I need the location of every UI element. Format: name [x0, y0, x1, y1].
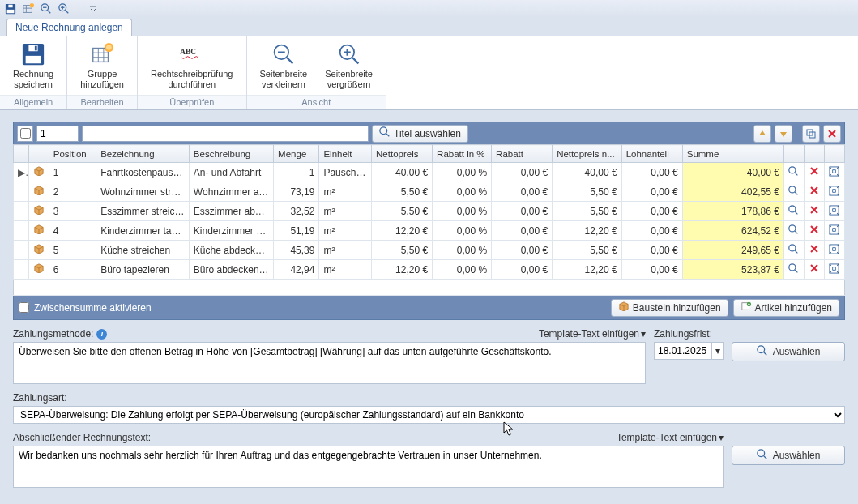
add-baustein-button[interactable]: Baustein hinzufügen	[611, 299, 728, 317]
table-row[interactable]: 3Esszimmer streichenEsszimmer abdeck...3…	[14, 202, 845, 221]
copy-group-button[interactable]	[802, 125, 820, 143]
cell-menge[interactable]: 32,52	[274, 202, 319, 221]
cell-einheit[interactable]: Pauschale	[319, 163, 372, 182]
cell-rabatt[interactable]: 0,00 €	[492, 202, 553, 221]
cell-position[interactable]: 3	[49, 202, 96, 221]
zoom-out-button[interactable]: Seitenbreite verkleinern	[255, 40, 313, 92]
cell-menge[interactable]: 73,19	[274, 182, 319, 202]
cell-rabatt[interactable]: 0,00 €	[492, 241, 553, 260]
cell-menge[interactable]: 42,94	[274, 260, 319, 280]
cell-bezeichnung[interactable]: Fahrtkostenpausch...	[96, 163, 190, 182]
row-expand-button[interactable]	[824, 202, 844, 221]
table-row[interactable]: 6Büro tapezierenBüro abdecken s...42,94m…	[14, 260, 845, 280]
delete-group-button[interactable]	[823, 125, 841, 143]
cell-rabatt[interactable]: 0,00 €	[492, 163, 553, 182]
cell-einheit[interactable]: m²	[319, 260, 372, 280]
cell-lohnanteil[interactable]: 0,00 €	[621, 260, 682, 280]
cell-rabatt-prozent[interactable]: 0,00 %	[433, 163, 492, 182]
cell-nettopreis-neu[interactable]: 5,50 €	[553, 241, 622, 260]
col-header[interactable]: Beschreibung	[189, 145, 273, 163]
save-invoice-button[interactable]: Rechnung speichern	[8, 40, 58, 92]
cell-nettopreis[interactable]: 12,20 €	[372, 260, 433, 280]
qat-new-table-button[interactable]	[21, 2, 36, 16]
cell-bezeichnung[interactable]: Küche streichen	[96, 241, 190, 260]
cell-beschreibung[interactable]: Büro abdecken s...	[189, 260, 273, 280]
col-header[interactable]: Rabatt	[492, 145, 553, 163]
row-delete-button[interactable]	[804, 260, 824, 280]
group-title-input[interactable]	[82, 126, 369, 142]
row-delete-button[interactable]	[804, 221, 824, 241]
group-number-input[interactable]	[36, 126, 79, 142]
subtotal-checkbox[interactable]	[19, 302, 29, 313]
cell-lohnanteil[interactable]: 0,00 €	[621, 202, 682, 221]
cell-nettopreis[interactable]: 5,50 €	[372, 241, 433, 260]
cell-rabatt-prozent[interactable]: 0,00 %	[433, 221, 492, 241]
col-header[interactable]: Summe	[682, 145, 783, 163]
col-header[interactable]: Position	[49, 145, 96, 163]
cell-bezeichnung[interactable]: Wohnzimmer streic...	[96, 182, 190, 202]
col-header[interactable]: Einheit	[319, 145, 372, 163]
cell-position[interactable]: 6	[49, 260, 96, 280]
col-header[interactable]: Bezeichnung	[96, 145, 190, 163]
cell-nettopreis[interactable]: 5,50 €	[372, 202, 433, 221]
col-header[interactable]	[783, 145, 804, 163]
cell-position[interactable]: 1	[49, 163, 96, 182]
cell-bezeichnung[interactable]: Kinderzimmer tapez...	[96, 221, 190, 241]
move-up-button[interactable]	[753, 125, 771, 143]
auswaehlen-button-1[interactable]: Auswählen	[732, 342, 845, 361]
ribbon-tab-neue-rechnung[interactable]: Neue Rechnung anlegen	[6, 19, 132, 36]
row-detail-button[interactable]	[783, 260, 804, 280]
cell-beschreibung[interactable]: Küche abdecken ...	[189, 241, 273, 260]
cell-lohnanteil[interactable]: 0,00 €	[621, 182, 682, 202]
col-header[interactable]	[804, 145, 824, 163]
row-expand-button[interactable]	[824, 221, 844, 241]
group-checkbox-input[interactable]	[20, 128, 31, 139]
col-header[interactable]	[824, 145, 844, 163]
row-expand-button[interactable]	[824, 241, 844, 260]
cell-bezeichnung[interactable]: Büro tapezieren	[96, 260, 190, 280]
date-dropdown-button[interactable]: ▾	[712, 342, 724, 360]
table-row[interactable]: ▶1Fahrtkostenpausch...An- und Abfahrt1Pa…	[14, 163, 845, 182]
cell-lohnanteil[interactable]: 0,00 €	[621, 163, 682, 182]
cell-nettopreis-neu[interactable]: 5,50 €	[553, 182, 622, 202]
row-delete-button[interactable]	[804, 163, 824, 182]
row-detail-button[interactable]	[783, 202, 804, 221]
cell-beschreibung[interactable]: An- und Abfahrt	[189, 163, 273, 182]
cell-nettopreis[interactable]: 5,50 €	[372, 182, 433, 202]
row-delete-button[interactable]	[804, 182, 824, 202]
select-title-button[interactable]: Titel auswählen	[372, 125, 468, 143]
row-delete-button[interactable]	[804, 241, 824, 260]
col-header[interactable]: Menge	[274, 145, 319, 163]
zahlungsmethode-textarea[interactable]: Überweisen Sie bitte den offenen Betrag …	[13, 342, 646, 384]
cell-lohnanteil[interactable]: 0,00 €	[621, 221, 682, 241]
table-row[interactable]: 4Kinderzimmer tapez...Kinderzimmer ab...…	[14, 221, 845, 241]
cell-nettopreis[interactable]: 12,20 €	[372, 221, 433, 241]
row-expand-button[interactable]	[824, 260, 844, 280]
row-expand-button[interactable]	[824, 163, 844, 182]
add-artikel-button[interactable]: Artikel hinzufügen	[733, 299, 839, 317]
cell-position[interactable]: 4	[49, 221, 96, 241]
zahlungsfrist-date-input[interactable]	[654, 342, 712, 360]
cell-menge[interactable]: 1	[274, 163, 319, 182]
info-icon[interactable]: i	[96, 329, 107, 340]
cell-beschreibung[interactable]: Esszimmer abdeck...	[189, 202, 273, 221]
cell-einheit[interactable]: m²	[319, 221, 372, 241]
cell-nettopreis-neu[interactable]: 5,50 €	[553, 202, 622, 221]
row-expand-button[interactable]	[824, 182, 844, 202]
cell-rabatt[interactable]: 0,00 €	[492, 221, 553, 241]
col-header[interactable]: Lohnanteil	[621, 145, 682, 163]
cell-nettopreis[interactable]: 40,00 €	[372, 163, 433, 182]
col-header[interactable]: Nettopreis n...	[553, 145, 622, 163]
row-delete-button[interactable]	[804, 202, 824, 221]
qat-customize-dropdown[interactable]	[86, 2, 100, 16]
cell-bezeichnung[interactable]: Esszimmer streichen	[96, 202, 190, 221]
zahlungsart-select[interactable]: SEPA-Überweisung: Die Zahlung erfolgt pe…	[13, 406, 845, 424]
cell-einheit[interactable]: m²	[319, 241, 372, 260]
col-header[interactable]: Nettopreis	[372, 145, 433, 163]
qat-save-button[interactable]	[3, 2, 18, 16]
spellcheck-button[interactable]: ABC Rechtschreibprüfung durchführen	[146, 40, 238, 92]
zoom-in-button[interactable]: Seitenbreite vergrößern	[320, 40, 378, 92]
cell-position[interactable]: 2	[49, 182, 96, 202]
table-row[interactable]: 2Wohnzimmer streic...Wohnzimmer ab...73,…	[14, 182, 845, 202]
cell-menge[interactable]: 45,39	[274, 241, 319, 260]
